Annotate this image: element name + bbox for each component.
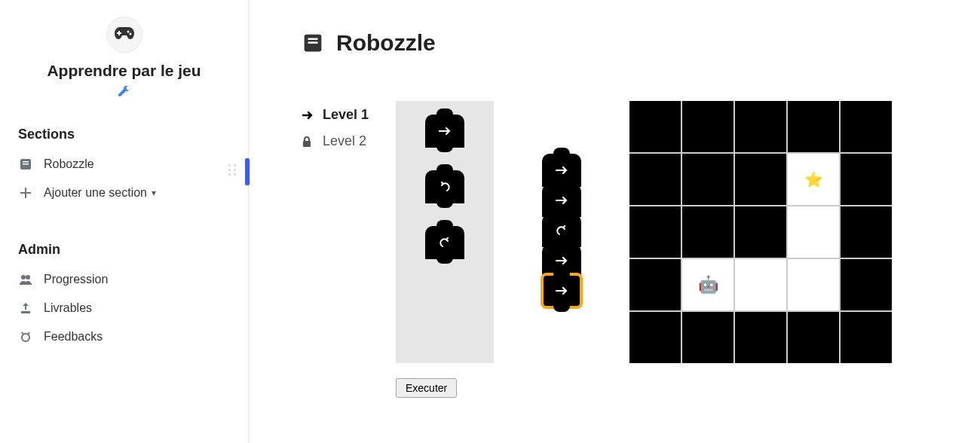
execute-button[interactable]: Executer [396, 378, 457, 398]
board-cell [735, 312, 786, 363]
level-item-1[interactable]: Level 1 [302, 107, 396, 123]
sidebar-item-feedbacks[interactable]: Feedbacks [0, 322, 248, 351]
level-label: Level 2 [323, 133, 366, 149]
game-area: Level 1 Level 2 ⭐🤖 [302, 101, 950, 363]
sidebar-item-livrables[interactable]: Livrables [0, 294, 248, 322]
board-cell [682, 101, 733, 152]
lock-icon [302, 136, 315, 147]
sidebar: Apprendre par le jeu Sections Robozzle A… [0, 0, 249, 443]
block-forward[interactable] [542, 274, 581, 307]
arrow-right-icon [302, 109, 315, 121]
gamepad-icon [115, 27, 134, 42]
sidebar-item-add-section[interactable]: Ajouter une section ▾ [0, 179, 248, 207]
svg-rect-6 [23, 163, 29, 165]
board-cell: ⭐ [788, 154, 839, 205]
game-board: ⭐🤖 [629, 101, 892, 363]
chevron-down-icon: ▾ [152, 188, 156, 198]
users-icon [18, 274, 33, 285]
board-cell [841, 312, 892, 363]
svg-point-12 [22, 334, 29, 341]
sidebar-item-label: Livrables [44, 301, 92, 315]
svg-rect-15 [308, 41, 318, 43]
level-item-2[interactable]: Level 2 [302, 133, 396, 149]
target-icon [18, 331, 33, 342]
admin-list: Progression Livrables Feedbacks [0, 265, 248, 351]
svg-rect-8 [20, 192, 31, 194]
board-cell [841, 101, 892, 152]
board-cell [841, 154, 892, 205]
board-cell [788, 312, 839, 363]
svg-rect-1 [117, 32, 121, 34]
board-cell [629, 154, 681, 205]
sections-heading: Sections [0, 127, 248, 142]
settings-wrench-icon[interactable] [0, 86, 248, 101]
sidebar-item-label: Progression [44, 273, 108, 286]
svg-rect-14 [308, 38, 318, 40]
robot-icon: 🤖 [698, 275, 718, 295]
plus-icon [18, 188, 33, 198]
board-cell [682, 312, 733, 363]
page-header: Robozzle [302, 30, 950, 56]
svg-point-10 [26, 275, 30, 280]
board-cell [735, 101, 786, 152]
sidebar-item-label: Ajouter une section [44, 186, 147, 200]
sidebar-item-label: Feedbacks [44, 330, 103, 344]
board-cell [788, 259, 839, 310]
book-icon [302, 32, 324, 54]
svg-point-9 [21, 275, 26, 280]
sidebar-item-progression[interactable]: Progression [0, 265, 248, 294]
board-cell [682, 206, 733, 258]
block-turn-left[interactable] [425, 170, 464, 203]
site-logo [106, 17, 142, 53]
program-area[interactable] [494, 101, 629, 363]
main-content: Robozzle Level 1 Level 2 ⭐🤖 [249, 0, 980, 443]
board-cell [682, 154, 733, 205]
board-cell [629, 259, 681, 310]
admin-heading: Admin [0, 242, 248, 258]
program-stack [542, 157, 581, 307]
board-cell [629, 206, 681, 258]
svg-rect-11 [21, 311, 30, 313]
sidebar-item-robozzle[interactable]: Robozzle [0, 150, 248, 179]
board-cell [629, 101, 681, 152]
board-cell [841, 259, 892, 310]
active-section-marker [245, 158, 250, 185]
block-forward[interactable] [425, 115, 464, 148]
svg-point-2 [127, 31, 129, 33]
board-cell [788, 101, 839, 152]
block-turn-right[interactable] [425, 226, 464, 259]
board-cell [788, 206, 839, 258]
block-palette [396, 101, 494, 363]
drag-handle-icon[interactable] [228, 164, 237, 176]
site-title: Apprendre par le jeu [0, 62, 248, 80]
board-cell [629, 312, 681, 363]
board-cell [735, 154, 786, 205]
svg-point-3 [129, 33, 131, 35]
level-label: Level 1 [323, 107, 369, 123]
board-cell [735, 206, 786, 258]
sections-list: Robozzle Ajouter une section ▾ [0, 150, 248, 207]
svg-rect-5 [23, 161, 29, 163]
board-cell: 🤖 [682, 259, 733, 310]
upload-icon [18, 303, 33, 313]
level-list: Level 1 Level 2 [302, 101, 396, 363]
board-cell [735, 259, 786, 310]
svg-rect-16 [303, 141, 311, 147]
star-icon: ⭐ [804, 170, 823, 188]
sidebar-item-label: Robozzle [44, 157, 94, 171]
book-icon [18, 158, 33, 170]
board-cell [841, 206, 892, 258]
page-title: Robozzle [336, 30, 436, 56]
